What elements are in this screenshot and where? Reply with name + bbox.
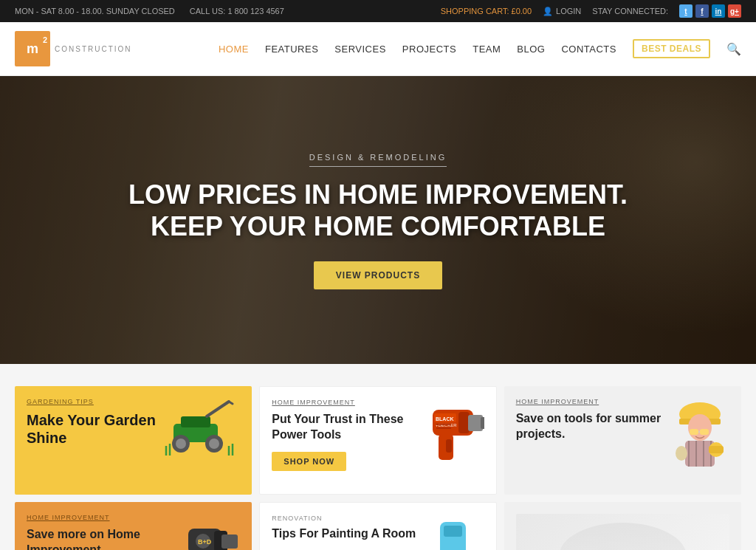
card-summer-inner: HOME IMPROVEMENT Save on tools for summe… bbox=[504, 386, 741, 495]
svg-text:BLACK: BLACK bbox=[436, 416, 454, 422]
worker-icon bbox=[663, 398, 729, 479]
card-summer-title: Save on tools for summer projects. bbox=[516, 411, 663, 442]
card-save-more-inner: HOME IMPROVEMENT Save more on Home Impro… bbox=[15, 502, 252, 550]
hero-title: LOW PRICES IN HOME IMPROVEMENT. KEEP YOU… bbox=[128, 179, 628, 242]
paint-tool-icon bbox=[422, 515, 484, 550]
card-powertools-btn[interactable]: SHOP NOW bbox=[272, 452, 346, 471]
logo: m2 CONSTRUCTION bbox=[15, 31, 132, 66]
card-garden-title: Make Your Garden Shine bbox=[27, 411, 159, 447]
lawnmower-icon bbox=[159, 398, 240, 464]
card-garden: GARDENING TIPS Make Your Garden Shine bbox=[15, 386, 252, 495]
card-placeholder-bg bbox=[516, 514, 729, 550]
card-painting-image bbox=[422, 515, 484, 550]
card-save-more-category[interactable]: HOME IMPROVEMENT bbox=[27, 514, 177, 521]
card-summer: HOME IMPROVEMENT Save on tools for summe… bbox=[504, 386, 741, 495]
hero-cta-button[interactable]: VIEW PRODUCTS bbox=[314, 261, 442, 289]
hero-content: DESIGN & REMODELING LOW PRICES IN HOME I… bbox=[128, 151, 628, 289]
card-summer-category[interactable]: HOME IMPROVEMENT bbox=[516, 398, 663, 405]
header: m2 CONSTRUCTION HOME FEATURES SERVICES P… bbox=[0, 22, 756, 76]
heat-gun-icon: BLACK +DECKER bbox=[418, 399, 484, 472]
card-garden-image bbox=[159, 398, 240, 464]
hero-section: DESIGN & REMODELING LOW PRICES IN HOME I… bbox=[0, 76, 756, 364]
nav-features[interactable]: FEATURES bbox=[265, 44, 318, 55]
nav-best-deals[interactable]: BEST DEALS bbox=[633, 39, 710, 58]
card-save-more-title: Save more on Home Improvement bbox=[27, 527, 177, 550]
svg-line-2 bbox=[207, 402, 229, 416]
card-powertools-title: Put Your Trust in These Power Tools bbox=[272, 412, 417, 443]
svg-rect-13 bbox=[458, 412, 470, 433]
card-powertools-text: HOME IMPROVEMENT Put Your Trust in These… bbox=[272, 399, 417, 471]
hero-subtitle: DESIGN & REMODELING bbox=[309, 153, 447, 167]
card-painting: RENOVATION Tips For Painting A Room bbox=[259, 502, 496, 550]
card-summer-text: HOME IMPROVEMENT Save on tools for summe… bbox=[516, 398, 663, 442]
card-painting-title: Tips For Painting A Room bbox=[272, 526, 421, 542]
google-icon[interactable]: g+ bbox=[728, 4, 741, 18]
card-placeholder-inner bbox=[504, 502, 741, 550]
nav-projects[interactable]: PROJECTS bbox=[402, 44, 456, 55]
social-icons: t f in g+ bbox=[679, 4, 741, 18]
svg-point-7 bbox=[209, 439, 219, 449]
svg-line-3 bbox=[229, 402, 233, 404]
svg-rect-17 bbox=[446, 439, 452, 453]
card-powertools-inner: HOME IMPROVEMENT Put Your Trust in These… bbox=[260, 387, 495, 494]
nav-services[interactable]: SERVICES bbox=[334, 44, 386, 55]
svg-point-25 bbox=[688, 414, 712, 441]
nav-contacts[interactable]: CONTACTS bbox=[561, 44, 616, 55]
top-bar: MON - SAT 8.00 - 18.00. SUNDAY CLOSED CA… bbox=[0, 0, 756, 22]
card-garden-category[interactable]: GARDENING TIPS bbox=[27, 398, 159, 405]
facebook-icon[interactable]: f bbox=[695, 4, 709, 18]
svg-rect-39 bbox=[221, 534, 238, 549]
svg-rect-48 bbox=[444, 526, 462, 537]
logo-superscript: 2 bbox=[43, 35, 47, 44]
card-painting-inner: RENOVATION Tips For Painting A Room bbox=[260, 503, 495, 550]
card-powertools-category[interactable]: HOME IMPROVEMENT bbox=[272, 399, 417, 406]
card-painting-text: RENOVATION Tips For Painting A Room bbox=[272, 515, 421, 542]
power-tool-icon: B+D bbox=[177, 514, 240, 550]
svg-text:+DECKER: +DECKER bbox=[436, 423, 457, 427]
card-placeholder bbox=[504, 502, 741, 550]
stay-connected-text: STAY CONNECTED: bbox=[592, 7, 668, 16]
card-painting-category[interactable]: RENOVATION bbox=[272, 515, 421, 522]
card-powertools-image: BLACK +DECKER bbox=[418, 399, 484, 472]
cards-section: GARDENING TIPS Make Your Garden Shine bbox=[0, 364, 756, 550]
card-save-more-image: B+D bbox=[177, 514, 240, 550]
nav-blog[interactable]: BLOG bbox=[517, 44, 545, 55]
login-link[interactable]: 👤 LOGIN bbox=[543, 7, 581, 16]
linkedin-icon[interactable]: in bbox=[712, 4, 725, 18]
cart-link[interactable]: SHOPPING CART: £0.00 bbox=[441, 7, 532, 16]
svg-rect-27 bbox=[700, 429, 709, 435]
hours-text: MON - SAT 8.00 - 18.00. SUNDAY CLOSED bbox=[15, 7, 175, 16]
search-icon[interactable]: 🔍 bbox=[726, 42, 741, 56]
phone-text: CALL US: 1 800 123 4567 bbox=[190, 7, 284, 16]
svg-rect-1 bbox=[181, 416, 210, 427]
top-bar-left: MON - SAT 8.00 - 18.00. SUNDAY CLOSED CA… bbox=[15, 7, 284, 16]
top-bar-right: SHOPPING CART: £0.00 👤 LOGIN STAY CONNEC… bbox=[441, 4, 741, 18]
svg-point-36 bbox=[676, 446, 687, 461]
card-powertools: HOME IMPROVEMENT Put Your Trust in These… bbox=[259, 386, 496, 495]
svg-rect-26 bbox=[690, 429, 698, 435]
logo-text: CONSTRUCTION bbox=[55, 45, 132, 53]
nav-team[interactable]: TEAM bbox=[472, 44, 501, 55]
main-nav: HOME FEATURES SERVICES PROJECTS TEAM BLO… bbox=[219, 39, 741, 58]
svg-rect-15 bbox=[481, 417, 484, 429]
card-garden-inner: GARDENING TIPS Make Your Garden Shine bbox=[15, 386, 252, 495]
svg-point-5 bbox=[176, 439, 186, 449]
svg-text:B+D: B+D bbox=[198, 538, 212, 546]
card-save-more-text: HOME IMPROVEMENT Save more on Home Impro… bbox=[27, 514, 177, 550]
nav-home[interactable]: HOME bbox=[219, 44, 249, 55]
user-icon: 👤 bbox=[543, 7, 553, 16]
cards-row-1: GARDENING TIPS Make Your Garden Shine bbox=[15, 386, 741, 495]
twitter-icon[interactable]: t bbox=[679, 4, 693, 18]
logo-box: m2 bbox=[15, 31, 50, 66]
card-placeholder-shape bbox=[559, 523, 687, 551]
svg-rect-35 bbox=[709, 446, 724, 453]
cards-row-2: HOME IMPROVEMENT Save more on Home Impro… bbox=[15, 502, 741, 550]
card-garden-text: GARDENING TIPS Make Your Garden Shine bbox=[27, 398, 159, 447]
card-summer-image bbox=[663, 398, 729, 479]
card-save-more: HOME IMPROVEMENT Save more on Home Impro… bbox=[15, 502, 252, 550]
